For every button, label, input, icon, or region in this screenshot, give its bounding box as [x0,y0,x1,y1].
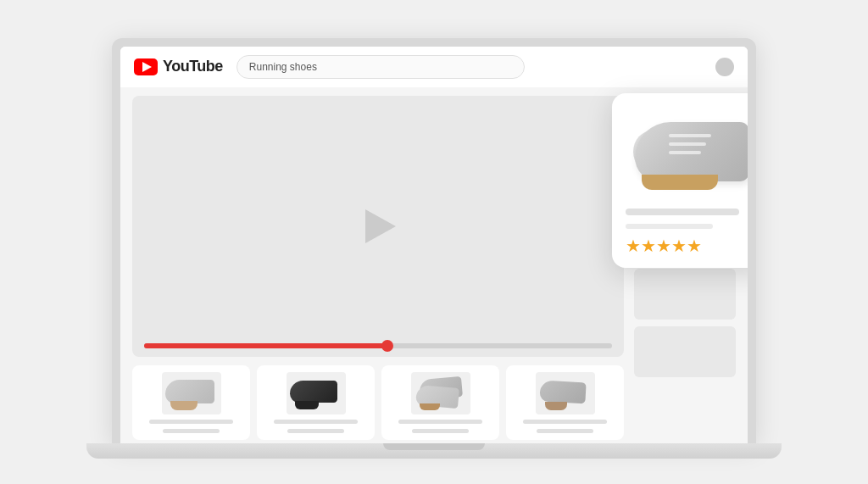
laptop-base [86,443,782,459]
card-subtitle-line [626,224,713,229]
main-video-section [132,96,624,440]
product-detail-card[interactable]: ★★★★★ [612,93,748,268]
product-card-1[interactable] [132,365,250,440]
sidebar-thumb-5[interactable] [634,326,736,377]
laptop-screen-inner: YouTube Running shoes [120,47,748,445]
card-title-line [626,209,739,215]
product-card-2[interactable] [257,365,375,440]
video-player[interactable] [132,96,624,357]
scene: YouTube Running shoes [70,26,798,459]
user-avatar[interactable] [715,58,734,76]
youtube-header: YouTube Running shoes [120,47,748,87]
big-shoe-illustration [633,115,748,192]
star-1: ★★★★★ [626,237,702,254]
product-text-3b [412,429,470,433]
lace-1 [669,134,711,137]
product-text-2 [274,420,357,424]
product-text-1 [149,420,232,424]
laptop-screen-outer: YouTube Running shoes [112,38,756,445]
progress-bar-container[interactable] [144,343,612,348]
product-text-4b [537,429,594,433]
product-image-1 [162,372,221,414]
product-image-4 [536,372,595,414]
search-bar[interactable]: Running shoes [236,55,525,79]
play-button[interactable] [358,206,398,247]
youtube-logo-icon [134,58,158,75]
product-text-1b [163,429,220,433]
sidebar-thumb-4[interactable] [634,269,736,320]
lace-2 [669,142,706,146]
product-card-4[interactable] [506,365,624,440]
shoe-laces [669,134,720,159]
card-shoe-image [626,107,748,200]
product-text-4 [523,420,606,424]
product-text-3 [398,420,481,424]
play-icon [365,209,396,243]
progress-dot [381,340,393,352]
card-stars: ★★★★★ [626,237,748,254]
product-image-3 [411,372,470,414]
product-image-2 [287,372,346,414]
youtube-logo[interactable]: YouTube [134,58,223,75]
youtube-logo-text: YouTube [163,58,223,75]
progress-bar-fill [144,343,387,348]
shoe-sole [642,175,718,190]
product-card-3[interactable] [381,365,499,440]
search-query-text: Running shoes [249,61,317,73]
product-row [132,365,624,440]
shoe-body [635,122,748,181]
product-text-2b [287,429,345,433]
lace-3 [669,151,701,154]
